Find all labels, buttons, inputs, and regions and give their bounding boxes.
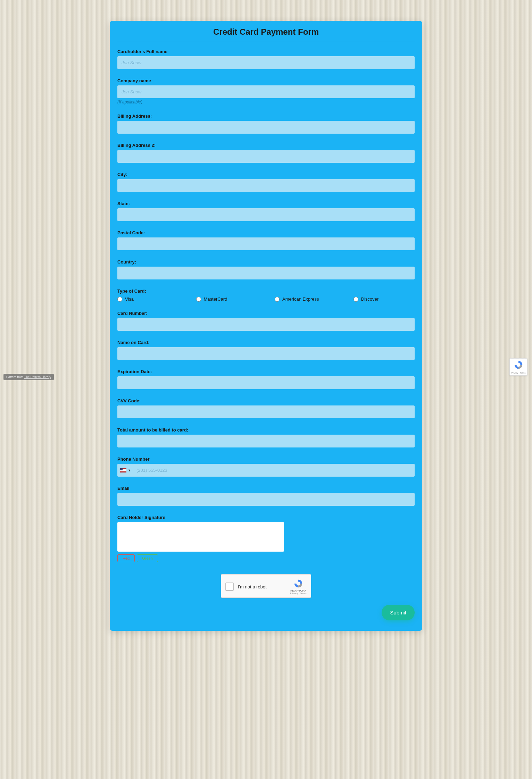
phone-country-select[interactable]: ▼ xyxy=(117,464,134,477)
billing1-input[interactable] xyxy=(117,121,415,134)
cvv-label: CVV Code: xyxy=(117,398,415,403)
form-title: Credit Card Payment Form xyxy=(117,27,415,42)
cardtype-discover-label: Discover xyxy=(361,296,379,302)
company-input[interactable] xyxy=(117,85,415,98)
cardtype-visa-radio[interactable] xyxy=(117,297,122,302)
signature-green-button[interactable]: Green xyxy=(137,554,158,562)
nameoncard-label: Name on Card: xyxy=(117,340,415,345)
cardtype-label: Type of Card: xyxy=(117,288,415,294)
expiration-label: Expiration Date: xyxy=(117,369,415,374)
email-input[interactable] xyxy=(117,493,415,506)
cardholder-input[interactable] xyxy=(117,56,415,69)
state-label: State: xyxy=(117,201,415,206)
recaptcha-widget: I'm not a robot reCAPTCHA Privacy - Term… xyxy=(221,574,311,598)
cardholder-label: Cardholder's Full name xyxy=(117,49,415,54)
cardnumber-input[interactable] xyxy=(117,318,415,331)
recaptcha-icon xyxy=(293,579,303,588)
cvv-input[interactable] xyxy=(117,405,415,418)
company-hint: (If applicable) xyxy=(117,100,415,104)
pattern-credit-badge: Pattern from The Pattern Library xyxy=(3,374,54,380)
cardtype-discover-radio[interactable] xyxy=(354,297,358,302)
country-input[interactable] xyxy=(117,267,415,279)
recaptcha-terms: Privacy - Terms xyxy=(290,592,307,595)
cardtype-amex-radio[interactable] xyxy=(275,297,280,302)
email-label: Email xyxy=(117,486,415,491)
billing1-label: Billing Address: xyxy=(117,114,415,119)
country-label: Country: xyxy=(117,259,415,265)
recaptcha-floating-badge: Privacy - Terms xyxy=(509,358,527,376)
signature-red-button[interactable]: Red xyxy=(117,554,135,562)
postal-input[interactable] xyxy=(117,237,415,250)
cardtype-mastercard-label: MasterCard xyxy=(204,296,227,302)
cardtype-visa-label: Visa xyxy=(125,296,134,302)
phone-input[interactable] xyxy=(134,464,415,477)
city-input[interactable] xyxy=(117,179,415,192)
cardtype-mastercard-radio[interactable] xyxy=(196,297,201,302)
payment-form: Credit Card Payment Form Cardholder's Fu… xyxy=(110,21,422,631)
recaptcha-icon xyxy=(514,360,523,370)
recaptcha-checkbox[interactable] xyxy=(225,583,234,591)
chevron-down-icon: ▼ xyxy=(128,469,131,472)
company-label: Company name xyxy=(117,78,415,83)
city-label: City: xyxy=(117,172,415,177)
billing2-input[interactable] xyxy=(117,150,415,163)
nameoncard-input[interactable] xyxy=(117,347,415,360)
us-flag-icon xyxy=(120,468,126,472)
cardtype-amex-label: American Express xyxy=(282,296,319,302)
phone-label: Phone Number xyxy=(117,456,415,462)
pattern-library-link[interactable]: The Pattern Library xyxy=(24,375,51,379)
cardnumber-label: Card Number: xyxy=(117,311,415,316)
submit-button[interactable]: Submit xyxy=(382,605,415,620)
signature-label: Card Holder Signature xyxy=(117,515,415,520)
total-label: Total amount to be billed to card: xyxy=(117,427,415,433)
recaptcha-brand: reCAPTCHA xyxy=(290,589,306,592)
total-input[interactable] xyxy=(117,435,415,447)
expiration-input[interactable] xyxy=(117,376,415,389)
recaptcha-text: I'm not a robot xyxy=(238,584,290,589)
signature-canvas[interactable] xyxy=(117,522,284,552)
postal-label: Postal Code: xyxy=(117,230,415,235)
state-input[interactable] xyxy=(117,208,415,221)
billing2-label: Billing Address 2: xyxy=(117,143,415,148)
